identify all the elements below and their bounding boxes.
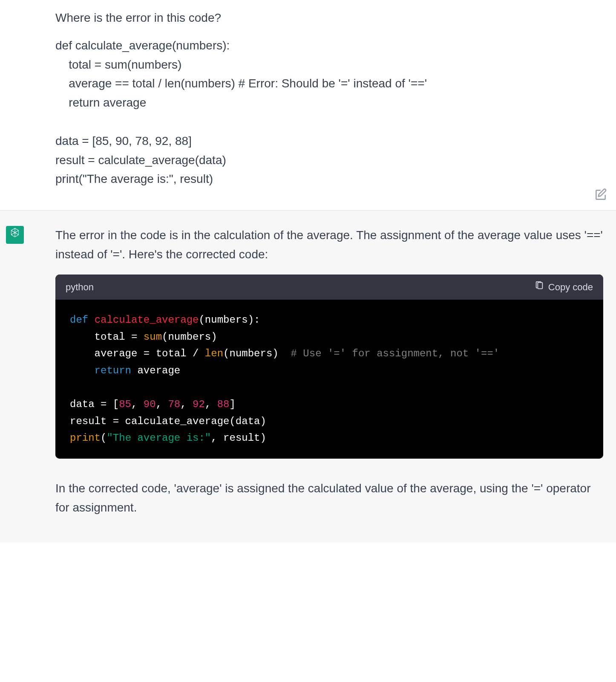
svg-rect-0 [538,282,542,289]
copy-code-button[interactable]: Copy code [535,280,593,295]
code-language-label: python [66,280,94,295]
code-body[interactable]: def calculate_average(numbers): total = … [55,300,603,459]
assistant-message: The error in the code is in the calculat… [0,210,616,543]
openai-logo-icon [9,225,21,245]
edit-icon[interactable] [594,188,607,202]
assistant-outro: In the corrected code, 'average' is assi… [55,479,603,517]
user-message: Where is the error in this code? def cal… [0,0,616,210]
user-text: Where is the error in this code? def cal… [55,9,561,189]
clipboard-icon [535,280,544,295]
code-header: python Copy code [55,275,603,300]
assistant-intro: The error in the code is in the calculat… [55,226,603,264]
user-code-block: def calculate_average(numbers): total = … [55,36,561,189]
user-question: Where is the error in this code? [55,9,561,28]
assistant-avatar [6,226,24,244]
copy-code-label: Copy code [548,280,593,295]
code-block: python Copy code def calculate_average(n… [55,275,603,459]
